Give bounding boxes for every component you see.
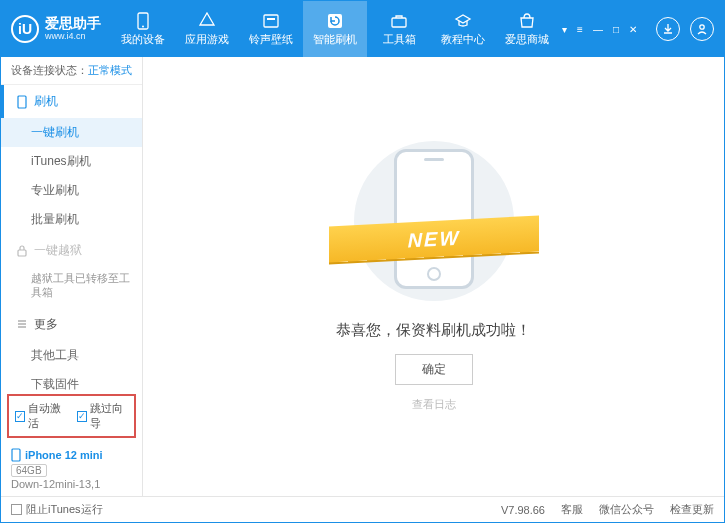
graduation-icon [454, 12, 472, 30]
success-message: 恭喜您，保资料刷机成功啦！ [336, 321, 531, 340]
flash-options-box: ✓ 自动激活 ✓ 跳过向导 [7, 394, 136, 438]
wechat-link[interactable]: 微信公众号 [599, 502, 654, 517]
tab-toolbox[interactable]: 工具箱 [367, 1, 431, 57]
device-info[interactable]: iPhone 12 mini 64GB Down-12mini-13,1 [1, 442, 142, 496]
tab-label: 我的设备 [121, 32, 165, 47]
svg-rect-5 [392, 18, 406, 27]
svg-rect-9 [12, 449, 20, 461]
window-controls: ▾ ≡ — □ ✕ [559, 24, 640, 35]
check-icon: ✓ [15, 411, 25, 422]
toolbox-icon [390, 12, 408, 30]
lock-icon [16, 245, 28, 257]
view-log-link[interactable]: 查看日志 [412, 397, 456, 412]
menu-icon[interactable]: ▾ [559, 24, 570, 35]
status-bar: 阻止iTunes运行 V7.98.66 客服 微信公众号 检查更新 [1, 496, 724, 522]
connection-status: 设备连接状态：正常模式 [1, 57, 142, 85]
logo-area: iU 爱思助手 www.i4.cn [11, 15, 111, 43]
device-name: iPhone 12 mini [11, 448, 132, 462]
sidebar-item-pro-flash[interactable]: 专业刷机 [1, 176, 142, 205]
close-icon[interactable]: ✕ [626, 24, 640, 35]
sidebar: 设备连接状态：正常模式 刷机 一键刷机 iTunes刷机 专业刷机 批量刷机 一… [1, 57, 143, 496]
tab-ringtones[interactable]: 铃声壁纸 [239, 1, 303, 57]
tab-label: 铃声壁纸 [249, 32, 293, 47]
svg-rect-2 [264, 15, 278, 27]
success-illustration: NEW [334, 141, 534, 301]
list-icon [16, 318, 28, 330]
svg-rect-3 [267, 18, 275, 20]
settings-icon[interactable]: ≡ [574, 24, 586, 35]
phone-icon [134, 12, 152, 30]
tab-label: 爱思商城 [505, 32, 549, 47]
store-icon [518, 12, 536, 30]
sidebar-item-other-tools[interactable]: 其他工具 [1, 341, 142, 370]
app-name: 爱思助手 [45, 16, 101, 31]
sidebar-item-one-click-flash[interactable]: 一键刷机 [1, 118, 142, 147]
tab-label: 教程中心 [441, 32, 485, 47]
sidebar-group-jailbreak: 一键越狱 [1, 234, 142, 267]
maximize-icon[interactable]: □ [610, 24, 622, 35]
ok-button[interactable]: 确定 [395, 354, 473, 385]
app-url: www.i4.cn [45, 32, 101, 42]
main-content: NEW 恭喜您，保资料刷机成功啦！ 确定 查看日志 [143, 57, 724, 496]
svg-rect-8 [18, 250, 26, 256]
minimize-icon[interactable]: — [590, 24, 606, 35]
tab-store[interactable]: 爱思商城 [495, 1, 559, 57]
header-right: ▾ ≡ — □ ✕ [559, 17, 714, 41]
logo-icon: iU [11, 15, 39, 43]
block-itunes-label: 阻止iTunes运行 [26, 502, 103, 517]
refresh-icon [326, 12, 344, 30]
jailbreak-note: 越狱工具已转移至工具箱 [1, 267, 142, 308]
checkbox-auto-activate[interactable]: ✓ 自动激活 [15, 401, 67, 431]
device-model: Down-12mini-13,1 [11, 478, 132, 490]
check-update-link[interactable]: 检查更新 [670, 502, 714, 517]
app-header: iU 爱思助手 www.i4.cn 我的设备 应用游戏 铃声壁纸 智能刷机 工具… [1, 1, 724, 57]
svg-rect-7 [18, 96, 26, 108]
main-tabs: 我的设备 应用游戏 铃声壁纸 智能刷机 工具箱 教程中心 爱思商城 [111, 1, 559, 57]
checkbox-skip-guide[interactable]: ✓ 跳过向导 [77, 401, 129, 431]
svg-point-6 [700, 25, 704, 29]
tab-apps-games[interactable]: 应用游戏 [175, 1, 239, 57]
version-label: V7.98.66 [501, 504, 545, 516]
sidebar-item-itunes-flash[interactable]: iTunes刷机 [1, 147, 142, 176]
tab-label: 智能刷机 [313, 32, 357, 47]
sidebar-item-download-fw[interactable]: 下载固件 [1, 370, 142, 390]
connection-mode: 正常模式 [88, 64, 132, 76]
sidebar-item-batch-flash[interactable]: 批量刷机 [1, 205, 142, 234]
phone-icon [16, 95, 28, 109]
tab-label: 工具箱 [383, 32, 416, 47]
tab-tutorials[interactable]: 教程中心 [431, 1, 495, 57]
apps-icon [198, 12, 216, 30]
device-capacity: 64GB [11, 464, 47, 477]
sidebar-group-more[interactable]: 更多 [1, 308, 142, 341]
phone-icon [11, 448, 21, 462]
sidebar-group-flash[interactable]: 刷机 [1, 85, 142, 118]
tab-my-device[interactable]: 我的设备 [111, 1, 175, 57]
service-link[interactable]: 客服 [561, 502, 583, 517]
tab-smart-flash[interactable]: 智能刷机 [303, 1, 367, 57]
svg-point-1 [142, 25, 144, 27]
check-icon: ✓ [77, 411, 87, 422]
tab-label: 应用游戏 [185, 32, 229, 47]
download-button[interactable] [656, 17, 680, 41]
user-button[interactable] [690, 17, 714, 41]
wallpaper-icon [262, 12, 280, 30]
checkbox-block-itunes[interactable] [11, 504, 22, 515]
